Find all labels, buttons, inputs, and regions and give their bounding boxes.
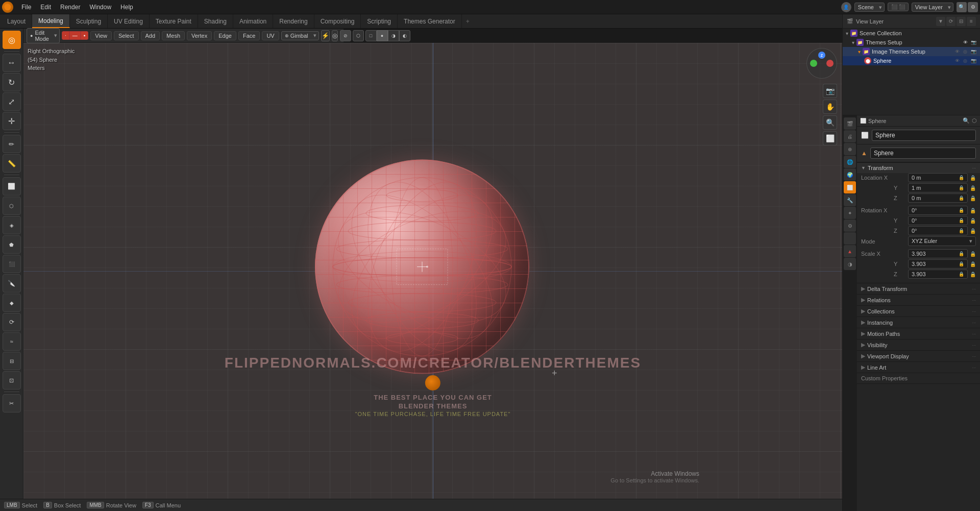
tab-rendering[interactable]: Rendering [273, 14, 314, 28]
outliner-item-sphere[interactable]: ⬤ Sphere 👁 ◎ 📷 [843, 56, 980, 65]
smooth-tool[interactable]: ≈ [3, 332, 21, 351]
tab-modeling[interactable]: Modeling [32, 14, 70, 28]
instancing-section[interactable]: ▶ Instancing ··· [857, 317, 980, 328]
rotation-y-value[interactable]: 0° 🔒 [908, 216, 968, 225]
tab-animation[interactable]: Animation [233, 14, 273, 28]
object-name-field[interactable] [872, 130, 976, 141]
outliner-item-image-themes[interactable]: ▾ 📁 Image Themes Setup 👁 ◎ 📷 [843, 47, 980, 56]
scale-z-lock2[interactable]: 🔒 [970, 272, 976, 277]
camera-view-btn[interactable]: 📷 [823, 84, 837, 98]
rot-y-lock2[interactable]: 🔒 [970, 218, 976, 224]
object-props-icon[interactable]: ⬜ [844, 181, 856, 193]
line-art-section[interactable]: ▶ Line Art ··· [857, 362, 980, 373]
rendered-btn[interactable]: ◐ [399, 30, 410, 41]
constraint-props-icon[interactable] [844, 232, 856, 245]
overlay-btn[interactable]: ⬜ [823, 131, 837, 145]
props-expand-icon[interactable]: ⬡ [972, 117, 977, 124]
knife-tool[interactable]: 🔪 [3, 274, 21, 293]
vertex-menu[interactable]: Vertex [187, 31, 212, 40]
visibility-section[interactable]: ▶ Visibility ··· [857, 339, 980, 351]
overlay-toggle[interactable]: ⊘ [340, 30, 351, 41]
shear-tool[interactable]: ⊡ [3, 371, 21, 390]
tab-sculpting[interactable]: Sculpting [70, 14, 108, 28]
search-icon[interactable]: 🔍 [957, 2, 967, 12]
scale-x-lock[interactable]: 🔒 [959, 251, 964, 256]
face-mode-btn[interactable]: ▪ [81, 31, 89, 40]
menu-help[interactable]: Help [116, 3, 137, 12]
particles-props-icon[interactable]: ✦ [844, 207, 856, 219]
snapping-icon[interactable]: ⚡ [321, 30, 330, 41]
vis-render2[interactable]: 📷 [970, 48, 977, 55]
cursor-tool[interactable]: ◎ [3, 31, 21, 49]
tab-themes-generator[interactable]: Themes Generator [398, 14, 462, 28]
location-x-value[interactable]: 0 m 🔒 [908, 173, 968, 182]
scene-selector[interactable]: Scene ▾ [854, 3, 885, 12]
settings-icon[interactable]: ⚙ [968, 2, 978, 12]
loop-cut-tool[interactable]: ⬛ [3, 255, 21, 273]
add-menu[interactable]: Add [141, 31, 160, 40]
viewport-display-section[interactable]: ▶ Viewport Display ··· [857, 351, 980, 362]
outliner-item-scene-collection[interactable]: ▾ 📁 Scene Collection [843, 29, 980, 38]
tab-uv-editing[interactable]: UV Editing [108, 14, 150, 28]
physics-props-icon[interactable]: ⚙ [844, 220, 856, 232]
menu-render[interactable]: Render [56, 3, 84, 12]
layout-icon[interactable]: ⊟ [957, 17, 966, 26]
tab-compositing[interactable]: Compositing [314, 14, 361, 28]
loc-y-lock[interactable]: 🔒 [959, 185, 964, 190]
world-props-icon[interactable]: 🌍 [844, 168, 856, 181]
rip-tool[interactable]: ✂ [3, 394, 21, 412]
rot-y-lock[interactable]: 🔒 [959, 218, 964, 223]
sphere-vis-render[interactable]: 📷 [970, 57, 977, 64]
filter2-icon[interactable]: ≡ [967, 17, 976, 26]
custom-properties-section[interactable]: Custom Properties [857, 373, 980, 384]
scene-props-icon[interactable]: 🌐 [844, 156, 856, 168]
output-props-icon[interactable]: 🖨 [844, 130, 856, 142]
view-layer-props-icon[interactable]: ⊕ [844, 143, 856, 155]
inset-tool[interactable]: ◈ [3, 216, 21, 234]
scale-y-lock2[interactable]: 🔒 [970, 261, 976, 267]
tab-scripting[interactable]: Scripting [361, 14, 398, 28]
pivot-selector[interactable]: ⊕ Gimbal ▾ [281, 31, 319, 40]
zoom-btn[interactable]: 🔍 [823, 115, 837, 130]
viewport-3d[interactable]: Right Orthographic (54) Sphere Meters Z … [23, 43, 842, 499]
vis-render[interactable]: 📷 [970, 39, 977, 46]
sphere-vis-select[interactable]: ◎ [962, 57, 969, 64]
blender-logo[interactable] [2, 2, 13, 13]
select-menu[interactable]: Select [114, 31, 139, 40]
rot-x-lock[interactable]: 🔒 [959, 208, 964, 213]
extrude-tool[interactable]: ⬡ [3, 197, 21, 215]
tab-shading[interactable]: Shading [198, 14, 233, 28]
sync-icon[interactable]: ⟳ [946, 17, 955, 26]
proportional-editing[interactable]: ◎ [332, 30, 338, 41]
loc-z-lock[interactable]: 🔒 [959, 196, 964, 201]
mesh-menu[interactable]: Mesh [162, 31, 185, 40]
loc-x-lock2[interactable]: 🔒 [970, 175, 976, 181]
tab-layout[interactable]: Layout [1, 14, 32, 28]
user-icon[interactable]: 👤 [841, 2, 851, 12]
rotation-z-value[interactable]: 0° 🔒 [908, 226, 968, 235]
xray-toggle[interactable]: ⬡ [353, 30, 364, 41]
loc-x-lock[interactable]: 🔒 [959, 175, 964, 180]
face-menu[interactable]: Face [238, 31, 260, 40]
scale-z-value[interactable]: 3.903 🔒 [908, 270, 968, 279]
motion-paths-section[interactable]: ▶ Motion Paths ··· [857, 328, 980, 339]
delta-transform-section[interactable]: ▶ Delta Transform ··· [857, 283, 980, 295]
collections-section[interactable]: ▶ Collections ··· [857, 306, 980, 317]
edge-slide-tool[interactable]: ⊟ [3, 352, 21, 370]
scale-y-lock[interactable]: 🔒 [959, 261, 964, 266]
scale-z-lock[interactable]: 🔒 [959, 272, 964, 277]
screen-selector[interactable]: ⬛ ⬛ [888, 3, 909, 11]
poly-build-tool[interactable]: ◆ [3, 294, 21, 312]
view-layer-selector[interactable]: View Layer ▾ [912, 3, 953, 12]
annotate-tool[interactable]: ✏ [3, 135, 21, 153]
scale-y-value[interactable]: 3.903 🔒 [908, 259, 968, 269]
edge-menu[interactable]: Edge [214, 31, 236, 40]
uv-menu[interactable]: UV [262, 31, 279, 40]
data-name-field[interactable] [870, 148, 976, 159]
menu-file[interactable]: File [17, 3, 35, 12]
rot-x-lock2[interactable]: 🔒 [970, 208, 976, 213]
location-y-value[interactable]: 1 m 🔒 [908, 183, 968, 192]
transform-tool[interactable]: ✛ [3, 112, 21, 130]
scale-x-lock2[interactable]: 🔒 [970, 251, 976, 257]
rotation-x-value[interactable]: 0° 🔒 [908, 206, 968, 215]
